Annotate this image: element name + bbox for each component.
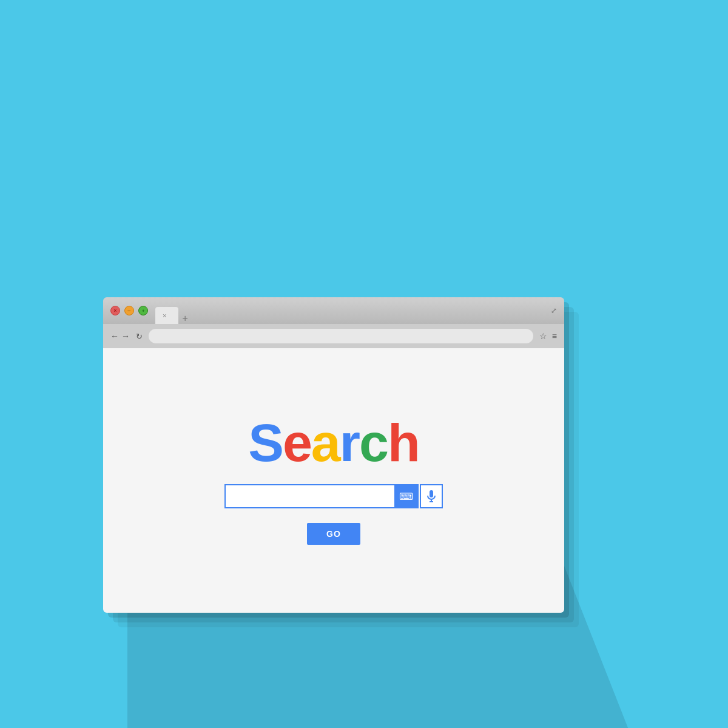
mic-icon bbox=[426, 490, 436, 502]
search-title: Search bbox=[248, 416, 419, 470]
address-bar[interactable] bbox=[149, 329, 533, 343]
browser-window: × − + × + ⤢ bbox=[103, 297, 564, 613]
nav-bar: ← → ↻ ☆ ≡ bbox=[103, 324, 564, 348]
minimize-icon: − bbox=[127, 308, 131, 314]
mic-button[interactable] bbox=[420, 484, 443, 508]
tab-area: × + bbox=[155, 297, 551, 324]
title-bar: × − + × + ⤢ bbox=[103, 297, 564, 324]
close-button[interactable]: × bbox=[110, 306, 120, 315]
window-controls: × − + bbox=[110, 306, 148, 315]
nav-arrows: ← → bbox=[110, 331, 130, 341]
new-tab-button[interactable]: + bbox=[182, 313, 187, 324]
refresh-button[interactable]: ↻ bbox=[136, 332, 143, 341]
browser-tab[interactable]: × bbox=[155, 307, 178, 324]
page-content: Search ⌨ bbox=[103, 348, 564, 613]
keyboard-button[interactable]: ⌨ bbox=[394, 485, 417, 507]
letter-a: a bbox=[311, 413, 340, 473]
close-icon: × bbox=[113, 308, 116, 314]
maximize-icon: + bbox=[142, 308, 145, 314]
expand-icon: ⤢ bbox=[551, 306, 557, 315]
bookmark-icon[interactable]: ☆ bbox=[539, 331, 547, 341]
nav-right-icons: ☆ ≡ bbox=[539, 331, 557, 341]
maximize-button[interactable]: + bbox=[138, 306, 148, 315]
tab-close-icon[interactable]: × bbox=[163, 312, 166, 319]
minimize-button[interactable]: − bbox=[124, 306, 134, 315]
title-bar-right: ⤢ bbox=[551, 306, 557, 315]
letter-c: c bbox=[359, 413, 388, 473]
svg-rect-0 bbox=[430, 490, 433, 497]
menu-icon[interactable]: ≡ bbox=[552, 331, 557, 341]
search-input-box: ⌨ bbox=[224, 484, 419, 508]
keyboard-icon: ⌨ bbox=[399, 491, 413, 502]
search-input[interactable] bbox=[226, 491, 394, 501]
letter-r: r bbox=[340, 413, 359, 473]
letter-h: h bbox=[388, 413, 419, 473]
letter-e: e bbox=[283, 413, 311, 473]
forward-button[interactable]: → bbox=[121, 331, 130, 341]
letter-s: S bbox=[248, 413, 283, 473]
search-input-row: ⌨ bbox=[224, 484, 443, 508]
back-button[interactable]: ← bbox=[110, 331, 119, 341]
go-button[interactable]: GO bbox=[307, 523, 360, 545]
